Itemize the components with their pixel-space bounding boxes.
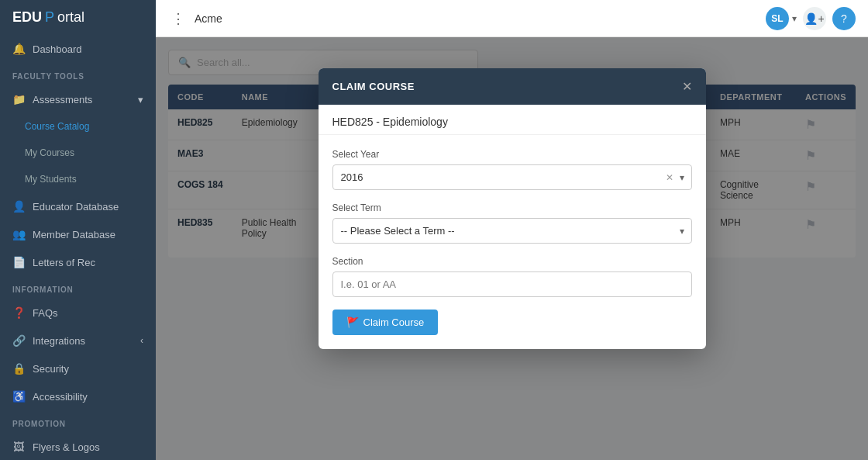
chevron-down-icon: ▾ <box>138 94 143 105</box>
sidebar-item-letters-of-rec[interactable]: 📄 Letters of Rec <box>0 248 156 276</box>
main-area: ⋮ Acme SL ▾ 👤+ ? 🔍 Search all... CODE <box>156 0 868 460</box>
sidebar-item-member-database[interactable]: 👥 Member Database <box>0 220 156 248</box>
course-catalog-label: Course Catalog <box>25 121 89 132</box>
select-term-wrapper: -- Please Select a Term -- Fall Spring S… <box>332 218 692 244</box>
section-label-promotion: PROMOTION <box>0 410 156 433</box>
document-icon: 📄 <box>12 256 25 268</box>
assessments-label: Assessments <box>33 94 92 105</box>
add-user-icon: 👤+ <box>804 12 824 25</box>
select-year-label: Select Year <box>332 149 692 160</box>
section-group: Section <box>332 256 692 297</box>
header: ⋮ Acme SL ▾ 👤+ ? <box>156 0 868 37</box>
assessments-left: 📁 Assessments <box>12 93 92 105</box>
section-input[interactable] <box>332 272 692 297</box>
flag-btn-icon: 🚩 <box>346 316 359 328</box>
modal-overlay: CLAIM COURSE ✕ HED825 - Epidemiology Sel… <box>156 37 868 460</box>
accessibility-icon: ♿ <box>12 390 25 403</box>
section-label: Section <box>332 256 692 267</box>
header-org-title: Acme <box>195 12 222 25</box>
integrations-label: Integrations <box>33 335 85 347</box>
chevron-left-icon: ‹ <box>140 335 143 346</box>
claim-course-modal: CLAIM COURSE ✕ HED825 - Epidemiology Sel… <box>319 68 706 349</box>
select-term-group: Select Term -- Please Select a Term -- F… <box>332 202 692 244</box>
group-icon: 👥 <box>12 228 25 240</box>
folder-icon: 📁 <box>12 93 25 105</box>
select-year-dropdown[interactable]: 2014 2015 2016 2017 2018 <box>332 164 692 190</box>
member-database-label: Member Database <box>33 229 115 240</box>
modal-body: Select Year 2014 2015 2016 2017 2018 ✕ <box>319 135 706 349</box>
person-icon: 👤 <box>12 200 25 213</box>
sidebar-item-security[interactable]: 🔒 Security <box>0 355 156 382</box>
bell-icon: 🔔 <box>12 43 25 55</box>
header-right: SL ▾ 👤+ ? <box>766 7 856 30</box>
modal-subtitle: HED825 - Epidemiology <box>319 105 706 135</box>
letters-of-rec-label: Letters of Rec <box>33 257 95 268</box>
select-term-dropdown[interactable]: -- Please Select a Term -- Fall Spring S… <box>332 218 692 244</box>
my-students-label: My Students <box>25 174 77 185</box>
add-user-button[interactable]: 👤+ <box>803 7 826 30</box>
modal-close-button[interactable]: ✕ <box>682 79 692 94</box>
security-label: Security <box>33 363 69 375</box>
logo-p: P <box>45 9 54 26</box>
claim-course-button[interactable]: 🚩 Claim Course <box>332 310 439 335</box>
faqs-label: FAQs <box>33 307 58 319</box>
help-button[interactable]: ? <box>832 7 856 30</box>
sidebar-item-dashboard[interactable]: 🔔 Dashboard <box>0 35 156 63</box>
logo-ortal: ortal <box>57 9 84 26</box>
sidebar-item-accessibility[interactable]: ♿ Accessibility <box>0 382 156 410</box>
link-icon: 🔗 <box>12 334 25 347</box>
content-area: 🔍 Search all... CODE NAME DESCRIPTION DE… <box>156 37 868 460</box>
clear-year-icon[interactable]: ✕ <box>666 172 673 183</box>
menu-button[interactable]: ⋮ <box>168 7 188 30</box>
select-year-wrapper: 2014 2015 2016 2017 2018 ✕ <box>332 164 692 190</box>
sidebar-item-educator-database[interactable]: 👤 Educator Database <box>0 192 156 220</box>
logo-edu: EDU <box>12 9 42 26</box>
sidebar: EDU P ortal 🔔 Dashboard FACULTY TOOLS 📁 … <box>0 0 156 460</box>
avatar-chevron-icon[interactable]: ▾ <box>792 13 797 24</box>
logo: EDU P ortal <box>0 0 156 35</box>
my-courses-label: My Courses <box>25 147 74 158</box>
sidebar-item-faqs[interactable]: ❓ FAQs <box>0 299 156 327</box>
question-icon: ❓ <box>12 306 25 319</box>
section-label-faculty-tools: FACULTY TOOLS <box>0 63 156 85</box>
sidebar-item-my-courses[interactable]: My Courses <box>0 140 156 166</box>
image-icon: 🖼 <box>12 441 25 453</box>
sidebar-item-assessments[interactable]: 📁 Assessments ▾ <box>0 85 156 113</box>
select-year-group: Select Year 2014 2015 2016 2017 2018 ✕ <box>332 149 692 190</box>
section-label-information: INFORMATION <box>0 276 156 299</box>
avatar[interactable]: SL <box>766 7 789 30</box>
flyers-logos-label: Flyers & Logos <box>33 441 100 453</box>
lock-icon: 🔒 <box>12 362 25 375</box>
claim-course-label: Claim Course <box>363 316 425 328</box>
sidebar-item-label: Dashboard <box>33 43 82 55</box>
modal-title: CLAIM COURSE <box>332 81 415 92</box>
sidebar-item-flyers-logos[interactable]: 🖼 Flyers & Logos <box>0 433 156 460</box>
select-term-label: Select Term <box>332 202 692 213</box>
accessibility-label: Accessibility <box>33 391 88 403</box>
educator-database-label: Educator Database <box>33 201 119 213</box>
modal-header: CLAIM COURSE ✕ <box>319 68 706 105</box>
avatar-group: SL ▾ <box>766 7 797 30</box>
sidebar-item-course-catalog[interactable]: Course Catalog <box>0 113 156 140</box>
sidebar-item-integrations[interactable]: 🔗 Integrations ‹ <box>0 327 156 355</box>
header-left: ⋮ Acme <box>168 7 222 30</box>
question-circle-icon: ? <box>841 12 847 25</box>
sidebar-item-my-students[interactable]: My Students <box>0 166 156 192</box>
